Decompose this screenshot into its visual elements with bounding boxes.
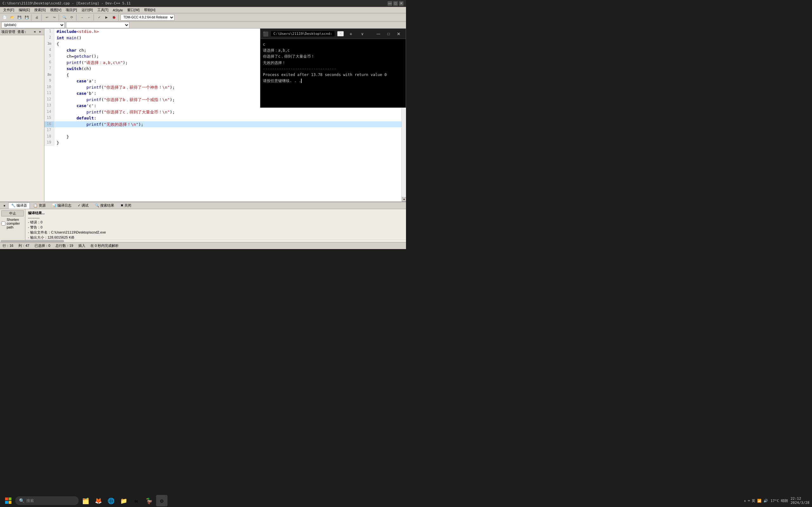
- new-file-button[interactable]: 📄: [1, 14, 8, 20]
- h-scroll-thumb[interactable]: [1, 240, 64, 242]
- stop-button[interactable]: 中止: [1, 210, 24, 216]
- compiler-dropdown[interactable]: TDM-GCC 4.9.2 64-bit Release: [120, 14, 174, 20]
- terminal-close-button[interactable]: ✕: [394, 31, 403, 37]
- line-number: 5: [44, 53, 54, 60]
- redo-button[interactable]: ↪: [51, 14, 58, 20]
- debug-button[interactable]: 🐞: [110, 14, 117, 20]
- title-text: C:\Users\21119\Desktop\scnd2.cpp - [Exec…: [3, 1, 131, 5]
- toolbar-separator-6: [118, 14, 119, 20]
- sidebar-nav-next[interactable]: ►: [38, 29, 43, 34]
- line-number: 14: [44, 109, 54, 115]
- line-number: 9: [44, 78, 54, 84]
- status-parse-time: 在 0 秒内完成解析: [90, 243, 119, 248]
- tab-resources-icon: 📋: [33, 204, 38, 208]
- close-button[interactable]: ✕: [399, 1, 403, 6]
- status-row: 行：16: [3, 243, 13, 248]
- line-number: 17: [44, 127, 54, 134]
- toolbar-main: 📄 📂 💾 💾 🖨 ↩ ↪ 🔍 ⟳ → ← ✓ ▶ 🐞 TDM-GCC 4.9.…: [0, 13, 406, 21]
- status-bar: 行：16 列：47 已选择：0 总行数：19 插入 在 0 秒内完成解析: [0, 242, 406, 249]
- terminal-tab[interactable]: C:\Users\21119\Desktop\scnd:: [271, 31, 335, 37]
- compile-errors: - 错误：0: [28, 220, 106, 225]
- terminal-maximize-button[interactable]: □: [384, 31, 393, 37]
- tab-debug[interactable]: ✓ 调试: [75, 203, 91, 209]
- shorten-path-checkbox-label: Shorten compiler path: [1, 218, 24, 229]
- line-number: 1: [44, 29, 54, 35]
- menu-window[interactable]: 窗口[W]: [125, 7, 142, 13]
- fold-indicator[interactable]: 8⊟: [47, 73, 51, 76]
- tab-close[interactable]: ✖ 关闭: [118, 203, 134, 209]
- terminal-line-1: c: [263, 42, 403, 48]
- scroll-arrow-down[interactable]: ▼: [402, 197, 406, 202]
- tab-search-icon: 🔍: [95, 204, 99, 208]
- terminal-chevron-button[interactable]: ∨: [358, 31, 367, 37]
- scope-dropdown[interactable]: (globals): [1, 22, 65, 28]
- table-row: 14 printf("你选择了c，得到了大量金币！\n");: [44, 109, 402, 115]
- code-content[interactable]: }: [54, 140, 402, 146]
- terminal-new-tab-button[interactable]: +: [346, 31, 355, 37]
- menu-astyle[interactable]: AStyle: [111, 8, 125, 12]
- sidebar-nav-prev[interactable]: ◄: [32, 29, 37, 34]
- table-row-highlighted: 16 printf("无效的选择！\n");: [44, 121, 402, 128]
- line-number: 11: [44, 90, 54, 97]
- line-number: 3⊟: [44, 41, 54, 47]
- terminal-line-2: 请选择：a,b,c: [263, 48, 403, 54]
- tab-search[interactable]: 🔍 搜索结果: [92, 203, 117, 209]
- compile-output-size: - 输出大小：128.6015625 KiB: [28, 235, 106, 240]
- code-content[interactable]: printf("无效的选择！\n");: [54, 121, 402, 128]
- sidebar-title-text: 项目管理 查看:: [1, 30, 26, 34]
- menu-help[interactable]: 帮助[H]: [142, 7, 157, 13]
- minimize-button[interactable]: —: [388, 1, 392, 6]
- open-file-button[interactable]: 📂: [9, 14, 15, 20]
- code-content[interactable]: [54, 127, 402, 134]
- menu-file[interactable]: 文件[F]: [1, 7, 16, 13]
- terminal-minimize-button[interactable]: —: [374, 31, 383, 37]
- table-row: 18 }: [44, 134, 402, 140]
- undo-button[interactable]: ↩: [44, 14, 50, 20]
- symbol-dropdown[interactable]: [66, 22, 130, 28]
- tab-compile-log[interactable]: 📊 编译日志: [49, 203, 74, 209]
- line-number: 8⊟: [44, 72, 54, 78]
- tab-resources[interactable]: 📋 资源: [31, 203, 49, 209]
- tab-debug-label: 调试: [82, 203, 89, 208]
- find-button[interactable]: 🔍: [61, 14, 68, 20]
- shorten-path-checkbox[interactable]: [1, 222, 5, 226]
- compile-output: 编译结果... ---------- - 错误：0 - 警告：0 - 输出文件名…: [26, 209, 108, 240]
- toolbar-separator-4: [76, 14, 78, 20]
- code-editor[interactable]: 1 #include<stdio.h> 2 int main() 3⊟ { 4 …: [44, 29, 406, 202]
- save-file-button[interactable]: 💾: [16, 14, 23, 20]
- menu-edit[interactable]: 编辑[E]: [17, 7, 32, 13]
- code-content[interactable]: }: [54, 134, 402, 140]
- window-controls: — □ ✕: [388, 1, 403, 6]
- horizontal-scrollbar[interactable]: [0, 239, 406, 242]
- unindent-button[interactable]: ←: [86, 14, 93, 20]
- menu-bar: 文件[F] 编辑[E] 搜索[S] 视图[V] 项目[P] 运行[R] 工具[T…: [0, 7, 406, 13]
- line-number: 15: [44, 115, 54, 121]
- menu-project[interactable]: 项目[P]: [64, 7, 79, 13]
- run-button[interactable]: ▶: [103, 14, 110, 20]
- save-all-button[interactable]: 💾: [23, 14, 30, 20]
- indent-button[interactable]: →: [78, 14, 85, 20]
- menu-run[interactable]: 运行[R]: [80, 7, 95, 13]
- menu-search[interactable]: 搜索[S]: [32, 7, 47, 13]
- terminal-title-left: ⬛ C:\Users\21119\Desktop\scnd: ✕ + ∨: [263, 31, 367, 37]
- maximize-button[interactable]: □: [393, 1, 398, 6]
- terminal-tab-close[interactable]: ✕: [337, 31, 344, 37]
- compile-separator: ----------: [28, 216, 106, 220]
- tab-compiler[interactable]: 🔧 编译器: [8, 203, 30, 209]
- terminal-titlebar: ⬛ C:\Users\21119\Desktop\scnd: ✕ + ∨ — □…: [260, 29, 406, 39]
- code-content[interactable]: default:: [54, 115, 402, 121]
- toolbar-secondary: (globals): [0, 21, 406, 29]
- tab-compile-log-icon: 📊: [52, 204, 56, 208]
- code-content[interactable]: printf("你选择了c，得到了大量金币！\n");: [54, 109, 402, 115]
- menu-tools[interactable]: 工具[T]: [96, 7, 110, 13]
- table-row: 15 default:: [44, 115, 402, 121]
- replace-button[interactable]: ⟳: [68, 14, 75, 20]
- compile-button[interactable]: ✓: [96, 14, 103, 20]
- line-number: 7: [44, 66, 54, 72]
- fold-indicator[interactable]: 3⊟: [47, 42, 51, 45]
- print-button[interactable]: 🖨: [33, 14, 40, 20]
- line-number: 18: [44, 134, 54, 140]
- menu-view[interactable]: 视图[V]: [48, 7, 63, 13]
- stop-btn-small[interactable]: ■: [1, 203, 8, 209]
- title-bar: C:\Users\21119\Desktop\scnd2.cpp - [Exec…: [0, 0, 406, 7]
